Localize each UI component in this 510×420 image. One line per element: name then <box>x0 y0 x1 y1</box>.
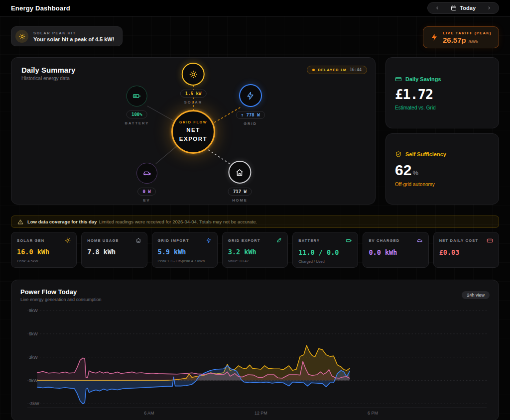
next-day-button[interactable] <box>484 3 495 13</box>
savings-label: Daily Savings <box>405 76 441 82</box>
stat-subtext: Peak: 4.5kW <box>17 259 71 263</box>
savings-subtitle: Estimated vs. Grid <box>395 105 490 110</box>
home-value-badge: 717 W <box>228 188 252 196</box>
home-node-label: HOME <box>232 198 248 203</box>
car-icon <box>136 163 157 184</box>
today-button[interactable]: Today <box>446 5 481 11</box>
svg-text:9kW: 9kW <box>29 308 38 313</box>
stat-value: 16.0 kWh <box>17 248 71 256</box>
date-navigator: Today <box>427 2 499 14</box>
credit-card-icon <box>487 237 493 244</box>
power-flow-chart-card: Power Flow Today Live energy generation … <box>11 280 499 420</box>
self-sufficiency-label: Self Sufficiency <box>405 151 446 157</box>
stat-value: £0.03 <box>439 248 493 256</box>
tariff-value: 26.57p <box>443 36 466 44</box>
grid-node[interactable]: ↑ 778 W GRID <box>236 84 265 126</box>
stat-card-solar-gen[interactable]: SOLAR GEN 16.0 kWh Peak: 4.5kW <box>11 232 77 268</box>
grid-value-badge: ↑ 778 W <box>236 111 265 119</box>
home-icon <box>135 237 141 243</box>
bolt-icon <box>239 84 262 107</box>
self-sufficiency-value: 62 <box>395 162 411 178</box>
live-tariff-card: LIVE TARIFF (PEAK) 26.57p /kWh <box>423 26 499 48</box>
chevron-left-icon <box>435 5 440 10</box>
chart-title: Power Flow Today <box>20 288 490 296</box>
leaf-icon <box>276 237 282 243</box>
banner-bold-text: Low data coverage for this day <box>27 219 97 224</box>
bolt-icon <box>430 33 438 41</box>
stat-label: GRID EXPORT <box>228 238 260 243</box>
tariff-unit: /kWh <box>469 39 478 44</box>
ev-value-badge: 0 W <box>137 188 155 196</box>
stat-label: GRID IMPORT <box>158 238 189 243</box>
tariff-label: LIVE TARIFF (PEAK) <box>443 31 492 35</box>
home-node[interactable]: 717 W HOME <box>228 161 252 203</box>
stat-value: 5.9 kWh <box>158 248 212 256</box>
self-sufficiency-unit: % <box>412 169 418 177</box>
savings-value: £1.72 <box>395 87 490 102</box>
battery-node[interactable]: 100% BATTERY <box>125 86 149 125</box>
grid-flow-center-node: GRID FLOW NET EXPORT <box>171 110 215 154</box>
banner-rest-text: Limited readings were received for 2026-… <box>99 219 257 224</box>
battery-icon <box>127 86 147 106</box>
sun-icon <box>15 30 28 43</box>
stat-card-grid-export[interactable]: GRID EXPORT 3.2 kWh Value: £0.47 <box>222 232 288 268</box>
chart-subtitle: Live energy generation and consumption <box>20 297 490 302</box>
energy-flow-diagram: 1.5 kW SOLAR 100% BATTERY ↑ 778 W <box>11 58 375 205</box>
battery-value-badge: 100% <box>127 110 147 118</box>
stat-card-net-daily-cost[interactable]: NET DAILY COST £0.03 <box>433 232 499 268</box>
battery-node-label: BATTERY <box>125 121 149 125</box>
stat-value: 0.0 kWh <box>369 248 422 256</box>
warning-triangle-icon <box>17 219 23 225</box>
car-icon <box>416 237 423 244</box>
svg-text:6kW: 6kW <box>29 331 38 336</box>
svg-text:12 PM: 12 PM <box>255 411 267 416</box>
stat-value: 11.0 / 0.0 <box>298 248 352 256</box>
toast-label: SOLAR PEAK HIT <box>33 31 114 35</box>
today-label: Today <box>460 5 476 11</box>
shield-check-icon <box>395 151 402 158</box>
svg-text:6 AM: 6 AM <box>144 411 154 416</box>
low-data-warning-banner: Low data coverage for this dayLimited re… <box>11 215 499 228</box>
stat-value: 7.8 kWh <box>87 248 141 256</box>
stat-label: BATTERY <box>298 238 320 243</box>
stat-card-ev-charged[interactable]: EV CHARGED 0.0 kWh <box>363 232 428 268</box>
daily-savings-card: Daily Savings £1.72 Estimated vs. Grid <box>385 57 499 128</box>
stat-card-grid-import[interactable]: GRID IMPORT 5.9 kWh Peak 1.3 - Off-peak … <box>152 232 218 268</box>
battery-icon <box>346 237 352 244</box>
calendar-icon <box>451 5 457 11</box>
toast-message: Your solar hit a peak of 4.5 kW! <box>33 36 114 42</box>
stat-value: 3.2 kWh <box>228 248 282 256</box>
stat-label: SOLAR GEN <box>17 238 44 243</box>
stat-card-home-usage[interactable]: HOME USAGE 7.8 kWh <box>81 232 147 268</box>
svg-text:0kW: 0kW <box>29 378 38 383</box>
stat-subtext: Peak 1.3 - Off-peak 4.7 kWh <box>158 259 212 263</box>
chevron-right-icon <box>487 5 492 10</box>
stat-label: EV CHARGED <box>369 238 399 243</box>
self-sufficiency-subtitle: Off-grid autonomy <box>395 182 490 187</box>
top-bar: Energy Dashboard Today <box>0 0 510 16</box>
ev-node[interactable]: 0 W EV <box>136 163 157 203</box>
chart-view-badge[interactable]: 24h view <box>462 291 490 299</box>
dashboard-page: SOLAR PEAK HIT Your solar hit a peak of … <box>0 16 510 420</box>
sun-icon <box>182 63 205 86</box>
stat-card-battery[interactable]: BATTERY 11.0 / 0.0 Charged / Used <box>292 232 358 268</box>
solar-peak-toast: SOLAR PEAK HIT Your solar hit a peak of … <box>11 26 123 46</box>
ev-node-label: EV <box>143 198 150 203</box>
stat-subtext: Charged / Used <box>298 259 352 264</box>
svg-text:-3kW: -3kW <box>29 401 39 406</box>
bolt-icon <box>206 237 212 243</box>
daily-summary-card: Daily Summary Historical energy data DEL… <box>11 57 376 205</box>
daily-stats-row: SOLAR GEN 16.0 kWh Peak: 4.5kW HOME USAG… <box>11 232 499 268</box>
grid-flow-value: NET EXPORT <box>179 126 207 143</box>
solar-value-badge: 1.5 kW <box>180 90 207 98</box>
svg-text:6 PM: 6 PM <box>368 411 378 416</box>
power-flow-chart: 9kW6kW3kW0kW-3kW6 AM12 PM6 PM <box>20 306 490 420</box>
solar-node-label: SOLAR <box>184 100 202 105</box>
self-sufficiency-card: Self Sufficiency 62% Off-grid autonomy <box>385 133 499 205</box>
home-icon <box>228 161 251 184</box>
grid-flow-label: GRID FLOW <box>179 120 207 124</box>
stat-subtext: Value: £0.47 <box>228 259 282 263</box>
prev-day-button[interactable] <box>432 3 443 13</box>
sun-icon <box>65 237 71 243</box>
solar-node[interactable]: 1.5 kW SOLAR <box>180 63 207 105</box>
